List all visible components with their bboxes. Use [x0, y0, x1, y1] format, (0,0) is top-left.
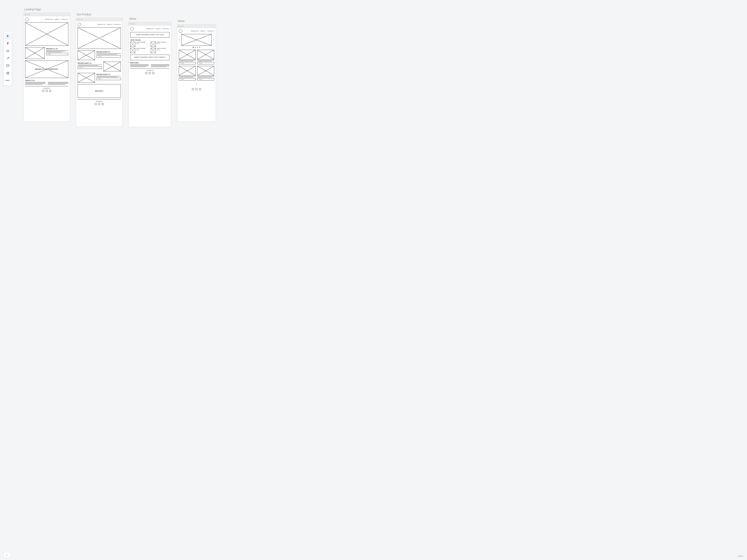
social-icon[interactable]	[46, 90, 48, 92]
product1-image-placeholder	[25, 47, 45, 59]
news-cta[interactable]: CTA	[197, 62, 214, 64]
window-bar	[129, 22, 171, 25]
social-icon[interactable]	[98, 103, 100, 105]
footer-address-label: Address	[78, 101, 121, 102]
about-us-label: About Us	[25, 80, 68, 81]
artboard-news[interactable]: Products About Contact ‹ ›	[177, 25, 216, 122]
news-image-placeholder	[179, 66, 196, 76]
nav-links: Products About Contact	[45, 19, 68, 20]
highlight1-label: Highlight #1	[97, 51, 121, 53]
news-cta[interactable]: CTA	[179, 62, 196, 64]
nav-link-contact[interactable]: Contact	[162, 28, 170, 30]
highlight3-image-placeholder	[78, 73, 95, 83]
social-icon[interactable]	[199, 88, 201, 90]
our-team-label: Our Team	[130, 39, 170, 41]
ellipsis-icon: •••	[6, 79, 10, 82]
nav-link-products[interactable]: Products	[98, 24, 106, 25]
product-desc-image-placeholder: Product Description	[25, 60, 68, 78]
zoom-indicator[interactable]: 144%	[738, 555, 743, 557]
nav-link-about[interactable]: About	[200, 30, 206, 32]
social-icon[interactable]	[95, 103, 97, 105]
toolbox: •••	[3, 31, 12, 85]
artboard-product[interactable]: Products About Contact Highlight #1 CTA	[76, 18, 123, 127]
tool-arrow[interactable]	[4, 55, 11, 62]
board-title-product[interactable]: Our Product	[77, 13, 123, 16]
artboard-landing[interactable]: Products About Contact Product #1 CTA	[23, 13, 70, 122]
panel-toggle-button[interactable]: »	[3, 552, 10, 557]
logo-icon	[130, 27, 134, 30]
social-icon[interactable]	[152, 72, 154, 74]
artboard-row: Landing Page Products About Contact	[23, 8, 735, 127]
footer-address-label: Address	[130, 70, 170, 71]
nav-link-about[interactable]: About	[156, 28, 161, 30]
social-icon[interactable]	[42, 90, 44, 92]
tool-text[interactable]	[4, 40, 11, 47]
highlight2-image-placeholder	[103, 62, 121, 71]
news-image-placeholder	[197, 66, 214, 76]
product1-cta[interactable]: CTA	[46, 53, 68, 55]
nav-link-contact[interactable]: Contact	[61, 19, 68, 20]
board-title-landing[interactable]: Landing Page	[24, 8, 70, 11]
nav-link-about[interactable]: About	[54, 19, 60, 20]
news-cta[interactable]: CTA	[197, 78, 214, 80]
carousel-pager	[179, 47, 214, 48]
team-member: Name SurnamePosition	[130, 48, 149, 53]
design-canvas[interactable]: ••• Landing Page Products About Contact	[0, 0, 747, 560]
logo-icon	[78, 23, 81, 26]
team-member: Name SurnamePosition	[130, 42, 149, 47]
carousel-next-icon[interactable]: ›	[213, 38, 214, 42]
highlight2-cta[interactable]: CTA	[78, 66, 102, 69]
news-image-placeholder	[179, 50, 196, 59]
logo-icon	[25, 18, 29, 21]
hero-image-placeholder	[78, 27, 121, 49]
svg-rect-0	[7, 50, 9, 52]
tool-shape[interactable]	[4, 48, 11, 54]
news-image-placeholder	[197, 50, 214, 59]
window-bar	[24, 13, 70, 16]
highlight2-label: Highlight #2	[78, 62, 102, 64]
tool-more[interactable]: •••	[4, 77, 11, 84]
social-icon[interactable]	[49, 90, 51, 92]
tool-comment[interactable]	[4, 62, 11, 69]
news-cta[interactable]: CTA	[179, 78, 196, 80]
nav-link-about[interactable]: About	[107, 24, 112, 25]
pager-dot[interactable]	[193, 47, 194, 48]
board-title-news[interactable]: News	[178, 20, 216, 23]
team-member: Name SurnamePosition	[151, 42, 170, 47]
social-icon[interactable]	[102, 103, 104, 105]
footer-address-label: Address	[25, 87, 68, 89]
carousel-image-placeholder	[181, 34, 212, 46]
social-icon[interactable]	[145, 72, 147, 74]
social-icon[interactable]	[192, 88, 194, 90]
social-icon[interactable]	[149, 72, 151, 74]
highlight3-cta[interactable]: CTA	[97, 78, 121, 80]
pager-dot[interactable]	[199, 47, 200, 48]
team-member: Name SurnamePosition	[151, 48, 170, 53]
nav-link-products[interactable]: Products	[191, 30, 199, 32]
highlight3-label: Highlight #3	[97, 74, 121, 76]
window-bar	[177, 25, 216, 28]
nav-link-contact[interactable]: Contact	[114, 24, 121, 25]
highlight1-cta[interactable]: CTA	[97, 55, 121, 58]
details-label: Details	[95, 90, 103, 92]
window-bar	[76, 18, 122, 21]
pager-dot[interactable]	[195, 47, 196, 48]
history-label: History	[130, 62, 170, 64]
product1-label: Product #1	[46, 48, 68, 50]
hero-image-placeholder	[25, 22, 68, 46]
chevron-down-icon[interactable]: ›	[195, 84, 198, 85]
carousel-prev-icon[interactable]: ‹	[179, 38, 180, 42]
highlight1-image-placeholder	[78, 50, 95, 60]
nav-link-products[interactable]: Products	[45, 19, 53, 20]
social-icon[interactable]	[196, 88, 198, 90]
board-title-about[interactable]: About	[129, 17, 171, 20]
tool-frame[interactable]	[4, 70, 11, 76]
company-statement: Short statement about the company	[130, 55, 169, 60]
product-desc-label: Product Description	[34, 68, 59, 70]
pager-dot[interactable]	[197, 47, 198, 48]
tool-select[interactable]	[4, 33, 11, 39]
nav-link-products[interactable]: Products	[146, 28, 154, 30]
nav-link-contact[interactable]: Contact	[207, 30, 214, 32]
artboard-about[interactable]: Products About Contact Short statement a…	[128, 22, 171, 127]
team-statement: Short statement about the team	[130, 32, 169, 37]
